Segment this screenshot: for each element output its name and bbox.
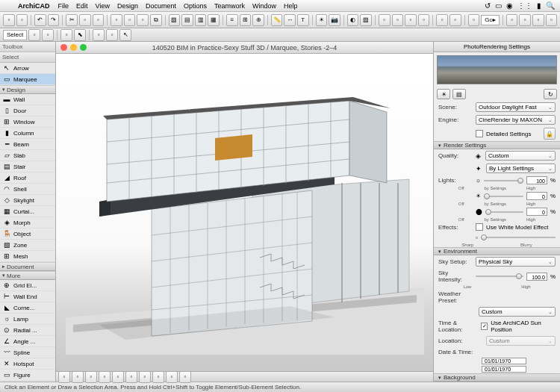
location-select[interactable]: Custom — [486, 336, 556, 346]
sync-icon[interactable]: ↺ — [485, 1, 491, 10]
whitemodel-checkbox[interactable] — [476, 223, 483, 231]
info-c-icon[interactable]: ▫ — [60, 29, 72, 41]
tool-sec-icon[interactable]: ▥ — [195, 14, 207, 26]
info-f-icon[interactable]: ▫ — [106, 29, 118, 41]
lights-slider-1[interactable] — [484, 177, 523, 184]
vb-d-icon[interactable]: ▫ — [99, 371, 111, 383]
more-section[interactable]: More — [0, 271, 55, 280]
tool-beam[interactable]: ━Beam — [0, 139, 55, 150]
lights-slider-3[interactable] — [485, 208, 523, 216]
tool-skylight[interactable]: ◇Skylight — [0, 195, 55, 206]
detailed-checkbox[interactable] — [476, 130, 483, 137]
skyintensity-slider[interactable] — [476, 273, 523, 280]
tool-door[interactable]: ▯Door — [0, 105, 55, 116]
spotlight-icon[interactable]: 🔍 — [546, 1, 555, 10]
tool-h-icon[interactable]: ▫ — [506, 14, 518, 26]
tool-measure-icon[interactable]: 📏 — [271, 14, 283, 26]
tool-e-icon[interactable]: ▫ — [436, 14, 448, 26]
volume-icon[interactable]: ◉ — [506, 1, 513, 10]
pp-tab-refresh-icon[interactable]: ↻ — [544, 89, 557, 99]
render-settings-section[interactable]: Render Settings — [434, 141, 560, 149]
background-section[interactable]: Background — [434, 373, 560, 382]
maximize-icon[interactable] — [80, 44, 87, 51]
vb-j-icon[interactable]: ▫ — [179, 371, 191, 383]
time-field[interactable]: 01/01/1970 — [482, 366, 526, 373]
vb-h-icon[interactable]: ▫ — [152, 371, 164, 383]
tool-2d-icon[interactable]: ▤ — [181, 14, 193, 26]
quality-select[interactable]: Custom — [485, 151, 556, 161]
menu-teamwork[interactable]: Teamwork — [214, 2, 245, 10]
tool-a-icon[interactable]: ▫ — [379, 14, 391, 26]
tool-pan-icon[interactable]: ▫ — [137, 14, 149, 26]
select-info-button[interactable]: Select — [3, 30, 27, 40]
app-name[interactable]: ArchiCAD — [18, 2, 50, 10]
tool-corner[interactable]: ◣Corne... — [0, 302, 55, 314]
tool-angle[interactable]: ∠Angle ... — [0, 336, 55, 347]
cursor-icon[interactable]: ↖ — [119, 29, 131, 41]
tool-hotspot[interactable]: ✕Hotspot — [0, 358, 55, 370]
engine-select[interactable]: CineRender by MAXON — [476, 115, 556, 125]
tool-paste-icon[interactable]: ▫ — [93, 14, 105, 26]
tool-3d-icon[interactable]: ▧ — [169, 14, 181, 26]
tool-d-icon[interactable]: ▫ — [418, 14, 430, 26]
lights-value-3[interactable]: 0 — [526, 208, 547, 216]
tool-g-icon[interactable]: ▫ — [468, 14, 480, 26]
lights-value-1[interactable]: 100 — [526, 176, 547, 184]
pp-lock-icon[interactable]: 🔒 — [544, 128, 556, 140]
tool-morph[interactable]: ◈Morph — [0, 217, 55, 228]
tool-column[interactable]: ▮Column — [0, 128, 55, 139]
menu-design[interactable]: Design — [117, 2, 138, 10]
pp-tab-size-icon[interactable]: ▤ — [452, 89, 466, 99]
tool-stair[interactable]: ▤Stair — [0, 161, 55, 172]
pp-tab-settings-icon[interactable]: ☀ — [437, 89, 450, 99]
tool-lamp[interactable]: ☼Lamp — [0, 314, 55, 325]
tool-redo-icon[interactable]: ↷ — [48, 14, 60, 26]
scene-select[interactable]: Outdoor Daylight Fast — [476, 102, 556, 112]
tool-radial[interactable]: ⊙Radial ... — [0, 325, 55, 336]
vb-f-icon[interactable]: ▫ — [125, 371, 137, 383]
tool-slab[interactable]: ▱Slab — [0, 150, 55, 161]
3d-viewport[interactable]: 140520 BIM in Practice-Sexy Stuff 3D / M… — [56, 42, 433, 382]
tool-mesh[interactable]: ⊞Mesh — [0, 251, 55, 262]
tool-wallend[interactable]: ⊢Wall End — [0, 291, 55, 302]
tool-object[interactable]: 🪑Object — [0, 228, 55, 240]
vb-c-icon[interactable]: ▫ — [85, 371, 97, 383]
info-e-icon[interactable]: ▫ — [93, 29, 105, 41]
tool-undo-icon[interactable]: ↶ — [34, 14, 46, 26]
info-d-icon[interactable]: ⬉ — [74, 29, 86, 41]
tool-nav-icon[interactable]: ▫ — [111, 14, 122, 26]
vb-g-icon[interactable]: ▫ — [139, 371, 151, 383]
tool-render-icon[interactable]: ☀ — [316, 14, 328, 26]
tool-zone[interactable]: ▧Zone — [0, 240, 55, 251]
display-icon[interactable]: ▭ — [495, 1, 502, 10]
tool-marquee[interactable]: ▭Marquee — [0, 74, 55, 85]
menu-window[interactable]: Window — [252, 2, 276, 10]
tool-f-icon[interactable]: ▫ — [449, 14, 461, 26]
tool-i-icon[interactable]: ▫ — [519, 14, 531, 26]
weather-select[interactable]: Custom — [479, 307, 556, 317]
tool-layer-icon[interactable]: ≡ — [226, 14, 238, 26]
sunpos-checkbox[interactable]: ✓ — [481, 323, 488, 330]
tool-cut-icon[interactable]: ✂ — [66, 14, 78, 26]
tool-shell[interactable]: ◠Shell — [0, 184, 55, 195]
tool-mat-icon[interactable]: ◐ — [347, 14, 359, 26]
viewport-canvas[interactable] — [56, 54, 433, 371]
design-section[interactable]: Design — [0, 85, 55, 94]
bylight-select[interactable]: By Light Settings — [486, 164, 556, 173]
tool-curtain[interactable]: ▦Curtai... — [0, 206, 55, 217]
menu-document[interactable]: Document — [146, 2, 176, 10]
minimize-icon[interactable] — [70, 44, 77, 51]
tool-spline[interactable]: 〰Spline — [0, 347, 55, 358]
tool-grid-icon[interactable]: ⊞ — [240, 14, 252, 26]
vb-a-icon[interactable]: ▫ — [58, 371, 70, 383]
info-b-icon[interactable]: ▫ — [42, 29, 54, 41]
tool-zoom-icon[interactable]: ▫ — [124, 14, 136, 26]
lights-value-2[interactable]: 0 — [526, 192, 547, 200]
battery-icon[interactable]: ▮ — [537, 1, 541, 10]
tool-snap-icon[interactable]: ⊕ — [252, 14, 264, 26]
skysetup-select[interactable]: Physical Sky — [476, 257, 556, 267]
environment-section[interactable]: Environment — [434, 247, 560, 255]
tool-roof[interactable]: ◢Roof — [0, 172, 55, 184]
tool-copy-icon[interactable]: ▫ — [79, 14, 91, 26]
tool-window[interactable]: ⊞Window — [0, 116, 55, 128]
